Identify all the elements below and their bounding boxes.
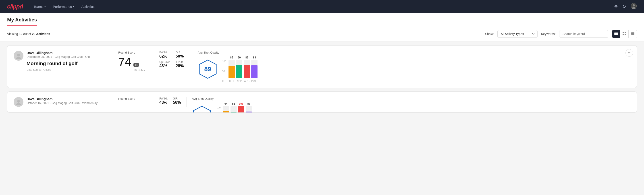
bar-app: 90 APP: [236, 56, 242, 82]
round-score-label: Round Score: [118, 51, 154, 54]
card-left: Dave Billingham December 05, 2021 - Gog …: [14, 51, 107, 72]
shot-chart: 100 50 0 85 OTT 90: [222, 56, 258, 82]
oneputt-label: 1 Putt: [176, 60, 186, 64]
svg-rect-15: [632, 34, 634, 35]
score-value: 74: [118, 56, 131, 68]
card-left-2: Dave Billingham October 16, 2021 - Gog M…: [14, 97, 107, 107]
svg-rect-5: [614, 34, 618, 35]
svg-rect-6: [622, 32, 624, 33]
round-score-label-2: Round Score: [118, 97, 154, 100]
oneputt-value: 28%: [176, 64, 186, 68]
svg-rect-12: [631, 33, 632, 34]
add-icon[interactable]: ⊕: [614, 4, 618, 9]
gir-value-2: 56%: [173, 100, 181, 105]
svg-point-19: [17, 100, 20, 103]
svg-point-16: [17, 54, 20, 56]
player-info: Dave Billingham December 05, 2021 - Gog …: [26, 51, 107, 72]
svg-rect-9: [624, 34, 626, 35]
chart-y-axis: 100 50 0: [222, 60, 226, 82]
page-title: My Activities: [7, 17, 37, 26]
viewing-count-text: Viewing 12 out of 29 Activities: [7, 32, 482, 36]
gir-value: 50%: [176, 54, 186, 59]
svg-point-20: [16, 103, 21, 105]
svg-rect-10: [631, 32, 632, 32]
gir-label: GIR: [176, 51, 186, 54]
activities-list: ✏ Dave Billingham December 05, 2021 - Go…: [0, 45, 644, 124]
bar-ott: 85 OTT: [228, 56, 235, 82]
svg-rect-11: [632, 32, 634, 32]
stat-grid: FW Hit 62% GIR 50% Up/Down 43% 1 Putt 28…: [159, 51, 187, 68]
activity-type-select[interactable]: All Activity Types: [498, 30, 538, 38]
fw-hit-label: FW Hit: [159, 51, 170, 54]
gir-stat: GIR 50%: [176, 51, 186, 59]
player-info-2: Dave Billingham October 16, 2021 - Gog M…: [26, 97, 107, 107]
card-divider-3: [113, 97, 113, 107]
activity-card-2: Dave Billingham October 16, 2021 - Gog M…: [7, 92, 637, 113]
avatar: [14, 51, 24, 61]
updown-label: Up/Down: [159, 60, 170, 64]
user-avatar-icon[interactable]: [630, 3, 637, 10]
show-label: Show:: [485, 32, 494, 36]
hexagon-score-2: 87: [198, 112, 206, 113]
score-holes: 18 Holes: [134, 68, 145, 72]
player-name: Dave Billingham: [26, 51, 107, 55]
activity-card: ✏ Dave Billingham December 05, 2021 - Go…: [7, 45, 637, 88]
bar-arg: 89 ARG: [244, 56, 250, 82]
shot-quality-label-2: Avg Shot Quality: [192, 97, 630, 100]
score-row: 74 +4 18 Holes: [118, 56, 154, 72]
fw-hit-value-2: 43%: [159, 100, 168, 105]
player-date-2: October 16, 2021 - Gog Magog Golf Club -…: [26, 101, 107, 105]
fw-hit-label-2: FW Hit: [159, 97, 168, 100]
edit-button[interactable]: ✏: [626, 49, 633, 57]
shot-quality-hexagon-2: 87: [192, 105, 212, 113]
score-badge: +4: [134, 63, 139, 67]
keywords-label: Keywords:: [541, 32, 556, 36]
chevron-down-icon: ▾: [44, 5, 46, 8]
shot-quality-section-2: Avg Shot Quality 87 100 50 0 94: [192, 97, 630, 113]
player-date: December 05, 2021 - Gog Magog Golf Club …: [26, 55, 107, 58]
view-grid-button[interactable]: [620, 30, 628, 38]
navigation: clippd Teams ▾ Performance ▾ Activities …: [0, 0, 644, 13]
fw-hit-stat-2: FW Hit 43%: [159, 97, 168, 105]
shot-quality-hexagon: 89: [198, 59, 218, 79]
svg-rect-4: [614, 33, 618, 34]
search-input[interactable]: [559, 30, 608, 38]
card-divider: [113, 51, 113, 82]
card-divider-4: [186, 97, 186, 107]
view-toggle: [612, 30, 637, 38]
svg-rect-8: [622, 34, 624, 35]
chart-y-axis-2: 100 50 0: [216, 106, 220, 113]
fw-hit-stat: FW Hit 62%: [159, 51, 170, 59]
bar-app-2: 83 APP: [230, 102, 237, 113]
nav-teams[interactable]: Teams ▾: [34, 3, 46, 10]
svg-rect-14: [631, 34, 632, 35]
fw-hit-value: 62%: [159, 54, 170, 59]
nav-performance[interactable]: Performance ▾: [53, 3, 74, 10]
svg-rect-13: [632, 33, 634, 34]
stat-grid-2: FW Hit 43% GIR 56%: [159, 97, 181, 105]
bar-arg-2: 106 ARG: [238, 102, 244, 113]
view-list-compact-button[interactable]: [612, 30, 620, 38]
gir-stat-2: GIR 56%: [173, 97, 181, 105]
updown-stat: Up/Down 43%: [159, 60, 170, 68]
data-source: Data Source: Arccos: [26, 68, 107, 72]
brand-logo: clippd: [7, 3, 23, 10]
bar-putt: 89 PUTT: [251, 56, 258, 82]
page-header: My Activities: [0, 13, 644, 26]
oneputt-stat: 1 Putt 28%: [176, 60, 186, 68]
gir-label-2: GIR: [173, 97, 181, 100]
shot-quality-section: Avg Shot Quality 89 100 50 0: [198, 51, 630, 82]
svg-point-17: [16, 57, 21, 59]
round-score-section: Round Score 74 +4 18 Holes: [118, 51, 154, 72]
filter-bar: Viewing 12 out of 29 Activities Show: Al…: [0, 26, 644, 42]
view-list-detail-button[interactable]: [628, 30, 637, 38]
round-score-section-2: Round Score: [118, 97, 154, 101]
svg-rect-3: [614, 32, 618, 32]
nav-activities[interactable]: Activities: [82, 3, 94, 10]
avatar-2: [14, 97, 24, 107]
updown-value: 43%: [159, 64, 170, 68]
refresh-icon[interactable]: ↻: [622, 4, 626, 9]
bar-putt-2: 87 PUTT: [246, 102, 252, 113]
hexagon-score: 89: [204, 66, 211, 73]
player-name-2: Dave Billingham: [26, 97, 107, 101]
